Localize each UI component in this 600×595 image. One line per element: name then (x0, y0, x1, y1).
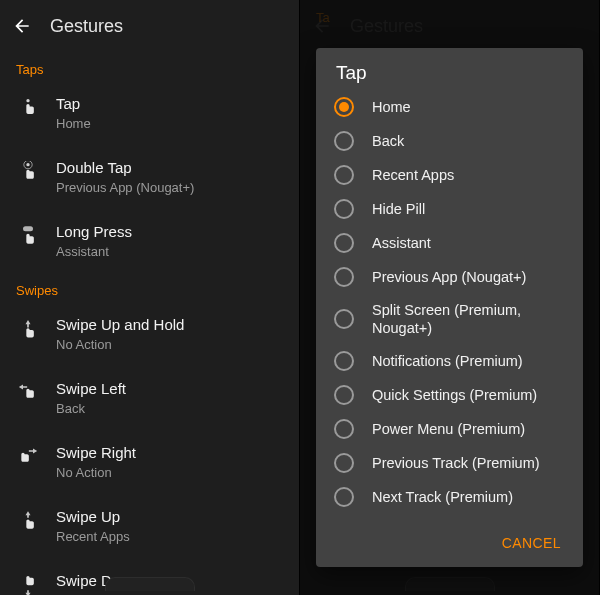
radio-icon (334, 165, 354, 185)
swipe-up-icon (18, 510, 38, 538)
svg-point-0 (26, 99, 29, 102)
gesture-title: Swipe Right (56, 444, 283, 462)
radio-option[interactable]: Previous App (Nougat+) (334, 260, 565, 294)
gesture-subtitle: Back (56, 401, 283, 416)
gesture-item-double-tap[interactable]: Double Tap Previous App (Nougat+) (0, 145, 299, 209)
gesture-subtitle: Recent Apps (56, 529, 283, 544)
tap-action-dialog: Tap HomeBackRecent AppsHide PillAssistan… (316, 48, 583, 567)
svg-rect-3 (23, 226, 33, 231)
radio-label: Assistant (372, 234, 431, 252)
radio-label: Home (372, 98, 411, 116)
gesture-item-swipe-up-hold[interactable]: Swipe Up and Hold No Action (0, 302, 299, 366)
radio-label: Previous Track (Premium) (372, 454, 540, 472)
gesture-title: Double Tap (56, 159, 283, 177)
radio-icon (334, 309, 354, 329)
radio-icon (334, 419, 354, 439)
swipe-right-icon (16, 446, 40, 470)
long-press-icon (18, 225, 38, 253)
radio-label: Quick Settings (Premium) (372, 386, 537, 404)
radio-icon (334, 97, 354, 117)
radio-option[interactable]: Power Menu (Premium) (334, 412, 565, 446)
radio-option[interactable]: Next Track (Premium) (334, 480, 565, 514)
gesture-subtitle: Assistant (56, 244, 283, 259)
dialog-title: Tap (316, 48, 583, 90)
radio-option[interactable]: Assistant (334, 226, 565, 260)
cancel-button[interactable]: CANCEL (494, 529, 569, 557)
gesture-item-swipe-up[interactable]: Swipe Up Recent Apps (0, 494, 299, 558)
dialog-options-list[interactable]: HomeBackRecent AppsHide PillAssistantPre… (316, 90, 583, 521)
gesture-subtitle: No Action (56, 337, 283, 352)
gesture-title: Tap (56, 95, 283, 113)
gesture-title: Swipe Up (56, 508, 283, 526)
radio-label: Previous App (Nougat+) (372, 268, 526, 286)
radio-option[interactable]: Hide Pill (334, 192, 565, 226)
radio-label: Power Menu (Premium) (372, 420, 525, 438)
radio-label: Notifications (Premium) (372, 352, 523, 370)
radio-icon (334, 199, 354, 219)
radio-label: Split Screen (Premium, Nougat+) (372, 301, 565, 337)
gesture-item-tap[interactable]: Tap Home (0, 81, 299, 145)
gesture-title: Long Press (56, 223, 283, 241)
swipe-down-icon (18, 574, 38, 595)
radio-icon (334, 267, 354, 287)
gesture-title: Swipe Up and Hold (56, 316, 283, 334)
swipe-up-hold-icon (18, 318, 38, 346)
nav-handle[interactable] (105, 577, 195, 591)
radio-icon (334, 385, 354, 405)
section-header-taps: Taps (0, 52, 299, 81)
radio-icon (334, 351, 354, 371)
radio-option[interactable]: Notifications (Premium) (334, 344, 565, 378)
gesture-subtitle: No Action (56, 465, 283, 480)
section-header-swipes: Swipes (0, 273, 299, 302)
radio-icon (334, 131, 354, 151)
radio-label: Back (372, 132, 404, 150)
back-arrow-icon[interactable] (12, 16, 32, 36)
appbar: Gestures (0, 0, 299, 52)
gesture-subtitle: Home (56, 116, 283, 131)
radio-icon (334, 453, 354, 473)
gesture-item-long-press[interactable]: Long Press Assistant (0, 209, 299, 273)
gestures-settings-screen-with-dialog: Gestures Ta S Tap HomeBackRecent AppsHid… (300, 0, 600, 595)
dialog-footer: CANCEL (316, 521, 583, 567)
radio-label: Hide Pill (372, 200, 425, 218)
radio-icon (334, 487, 354, 507)
radio-option[interactable]: Split Screen (Premium, Nougat+) (334, 294, 565, 344)
tap-icon (18, 97, 38, 125)
radio-option[interactable]: Home (334, 90, 565, 124)
gesture-title: Swipe Left (56, 380, 283, 398)
gesture-item-swipe-right[interactable]: Swipe Right No Action (0, 430, 299, 494)
radio-option[interactable]: Back (334, 124, 565, 158)
radio-option[interactable]: Play/Pause (Premium) (334, 514, 565, 521)
page-title: Gestures (50, 16, 123, 37)
radio-icon (334, 233, 354, 253)
radio-option[interactable]: Previous Track (Premium) (334, 446, 565, 480)
gestures-settings-screen: Gestures Taps Tap Home Double Tap Previo… (0, 0, 300, 595)
svg-point-1 (26, 163, 29, 166)
radio-option[interactable]: Recent Apps (334, 158, 565, 192)
double-tap-icon (18, 161, 38, 189)
radio-label: Recent Apps (372, 166, 454, 184)
swipe-left-icon (16, 382, 40, 406)
radio-label: Next Track (Premium) (372, 488, 513, 506)
radio-option[interactable]: Quick Settings (Premium) (334, 378, 565, 412)
gesture-subtitle: Previous App (Nougat+) (56, 180, 283, 195)
gesture-item-swipe-left[interactable]: Swipe Left Back (0, 366, 299, 430)
